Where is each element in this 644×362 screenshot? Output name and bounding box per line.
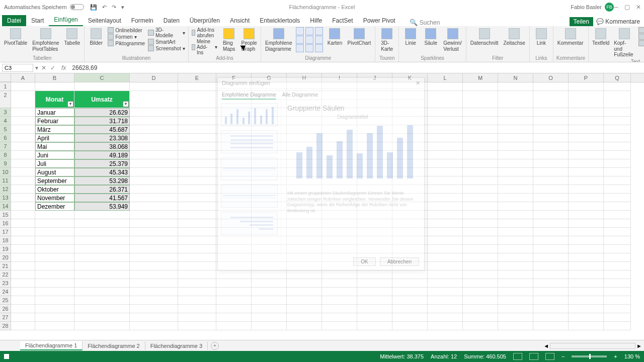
cell-A11[interactable] [11,176,35,185]
cell-J27[interactable] [357,313,392,322]
cell-O1[interactable] [533,82,569,91]
cell-C28[interactable] [74,322,130,330]
cell-Q8[interactable] [604,151,631,159]
cell-B22[interactable] [35,270,74,279]
cell-P1[interactable] [569,82,604,91]
maximize-icon[interactable]: ▢ [624,4,630,11]
cell-N20[interactable] [498,253,533,262]
cell-A7[interactable] [11,142,35,151]
cell-K27[interactable] [392,313,428,322]
cell-L27[interactable] [428,313,463,322]
icons-button[interactable]: Piktogramme [108,40,145,46]
cell-M27[interactable] [463,313,498,322]
cell-N15[interactable] [498,211,533,219]
cell-P19[interactable] [569,245,604,253]
cell-C26[interactable] [74,305,130,313]
thumb-list[interactable] [221,130,278,153]
pie-chart-icon[interactable] [315,27,323,35]
cell-F28[interactable] [216,322,252,330]
cell-D26[interactable] [130,305,178,313]
cell-B7[interactable]: Mai [35,142,74,151]
cell-O26[interactable] [533,305,569,313]
cell-N8[interactable] [498,151,533,159]
cell-B28[interactable] [35,322,74,330]
cell-P21[interactable] [569,262,604,270]
cell-K28[interactable] [392,322,428,330]
cell-G25[interactable] [252,296,287,305]
row-header-15[interactable]: 15 [0,211,11,219]
cell-Q7[interactable] [604,142,631,151]
cell-H23[interactable] [287,279,322,288]
cell-A17[interactable] [11,228,35,236]
cell-L3[interactable] [428,108,463,117]
add-sheet-button[interactable]: + [211,342,219,350]
tab-file[interactable]: Datei [2,15,26,26]
cell-A15[interactable] [11,211,35,219]
cell-J23[interactable] [357,279,392,288]
cell-C20[interactable] [74,253,130,262]
cell-N14[interactable] [498,202,533,211]
cell-Q26[interactable] [604,305,631,313]
cell-O17[interactable] [533,228,569,236]
cell-P9[interactable] [569,159,604,168]
column-header-E[interactable]: E [178,73,216,82]
cell-L10[interactable] [428,168,463,176]
cell-M2[interactable] [463,91,498,108]
recommended-charts-button[interactable]: Empfohlene Diagramme [264,27,293,53]
cell-E12[interactable] [178,185,216,194]
cell-P22[interactable] [569,270,604,279]
cell-C5[interactable]: 45.687 [74,125,130,134]
screenshot-button[interactable]: Screenshot▾ [148,45,185,51]
row-header-28[interactable]: 28 [0,322,11,330]
record-macro-icon[interactable] [4,354,9,359]
tab-help[interactable]: Hilfe [305,15,327,26]
row-header-25[interactable]: 25 [0,296,11,305]
cell-O24[interactable] [533,288,569,296]
cell-D21[interactable] [130,262,178,270]
share-button[interactable]: Teilen [570,17,593,26]
3dmodels-button[interactable]: 3D-Modelle▾ [148,27,185,38]
cell-E22[interactable] [178,270,216,279]
cancel-formula-icon[interactable]: ✕ [41,64,46,71]
cell-P26[interactable] [569,305,604,313]
cell-N12[interactable] [498,185,533,194]
shapes-button[interactable]: Formen▾ [108,34,145,40]
comment-button[interactable]: Kommentar [556,27,585,47]
cell-A9[interactable] [11,159,35,168]
dialog-cancel-button[interactable]: Abbrechen [380,257,419,266]
cell-P25[interactable] [569,296,604,305]
cell-P11[interactable] [569,176,604,185]
cell-Q10[interactable] [604,168,631,176]
cell-D15[interactable] [130,211,178,219]
thumb-clustered-column[interactable] [221,103,278,126]
cell-Q20[interactable] [604,253,631,262]
cell-D27[interactable] [130,313,178,322]
cell-C25[interactable] [74,296,130,305]
cell-C14[interactable]: 53.949 [74,202,130,211]
cell-O28[interactable] [533,322,569,330]
cell-P2[interactable] [569,91,604,108]
3dmap-button[interactable]: 3D- Karte [378,27,395,53]
cell-N22[interactable] [498,270,533,279]
area-chart-icon[interactable] [305,36,313,44]
cell-Q14[interactable] [604,202,631,211]
cell-B5[interactable]: März [35,125,74,134]
cell-P16[interactable] [569,219,604,228]
cell-E21[interactable] [178,262,216,270]
cell-B14[interactable]: Dezember [35,202,74,211]
cell-N13[interactable] [498,194,533,202]
cell-N27[interactable] [498,313,533,322]
cell-M6[interactable] [463,134,498,142]
tab-formulas[interactable]: Formeln [126,15,158,26]
cell-L9[interactable] [428,159,463,168]
cell-D11[interactable] [130,176,178,185]
cell-Q1[interactable] [604,82,631,91]
cell-O5[interactable] [533,125,569,134]
cell-D4[interactable] [130,117,178,125]
cell-E18[interactable] [178,236,216,245]
cell-G28[interactable] [252,322,287,330]
dialog-tab-recommended[interactable]: Empfohlene Diagramme [222,91,276,100]
thumb-area[interactable] [221,185,278,208]
cell-C8[interactable]: 49.189 [74,151,130,159]
cell-O15[interactable] [533,211,569,219]
